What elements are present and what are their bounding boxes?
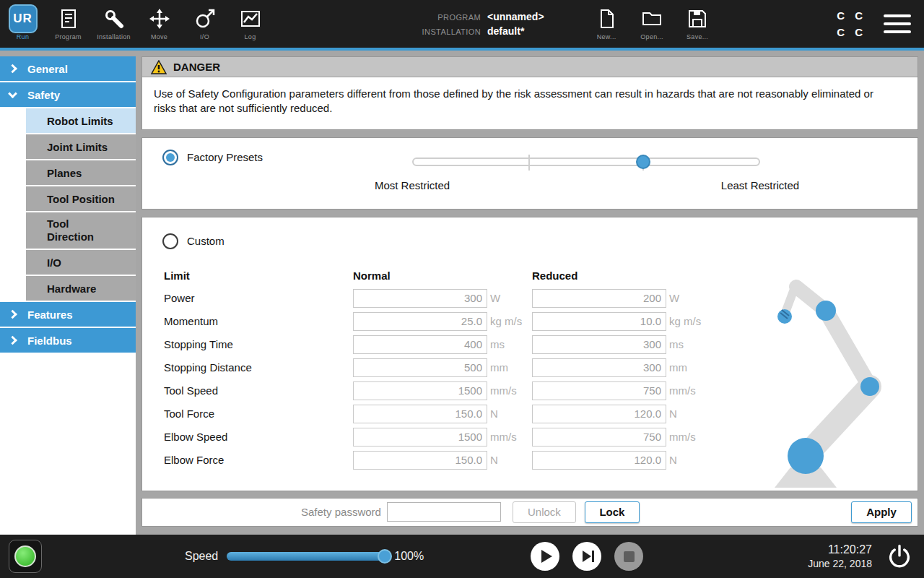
robot-status-indicator[interactable] bbox=[9, 540, 42, 573]
stopping-distance-normal-input[interactable] bbox=[353, 358, 487, 377]
tool-speed-normal-input[interactable] bbox=[353, 381, 487, 400]
step-forward-icon bbox=[583, 551, 591, 562]
custom-radio[interactable]: Custom bbox=[162, 233, 225, 249]
sidebar-item-io[interactable]: I/O bbox=[26, 250, 136, 275]
nav-run[interactable]: UR Run bbox=[0, 0, 45, 48]
sidebar-item-tool-direction[interactable]: Tool Direction bbox=[26, 212, 136, 249]
power-normal-input[interactable] bbox=[353, 289, 487, 308]
new-document-icon bbox=[596, 5, 617, 33]
file-actions: New... Open... Save... bbox=[584, 0, 720, 48]
open-label: Open... bbox=[640, 33, 663, 40]
slider-min-label: Most Restricted bbox=[375, 179, 450, 191]
step-forward-button[interactable] bbox=[572, 542, 601, 571]
save-label: Save... bbox=[687, 33, 708, 40]
shutdown-button[interactable] bbox=[886, 543, 912, 569]
stopping-time-normal-input[interactable] bbox=[353, 335, 487, 354]
nav-move[interactable]: Move bbox=[136, 0, 182, 48]
sidebar-section-safety[interactable]: Safety bbox=[0, 82, 136, 107]
nav-program-label: Program bbox=[55, 33, 82, 40]
play-button[interactable] bbox=[531, 542, 559, 571]
speed-value: 100% bbox=[394, 550, 424, 563]
elbow-speed-normal-input[interactable] bbox=[353, 428, 487, 447]
installation-name: default* bbox=[487, 25, 524, 37]
restriction-slider-track[interactable] bbox=[412, 158, 760, 166]
speed-slider[interactable] bbox=[227, 552, 390, 561]
date-display: June 22, 2018 bbox=[808, 557, 872, 570]
nav-move-label: Move bbox=[151, 33, 167, 40]
lock-button[interactable]: Lock bbox=[585, 501, 640, 523]
chevron-right-icon bbox=[8, 336, 17, 345]
nav-installation-label: Installation bbox=[97, 33, 131, 40]
open-button[interactable]: Open... bbox=[629, 0, 675, 48]
sidebar: General Safety Robot Limits Joint Limits… bbox=[0, 56, 136, 535]
slider-max-label: Least Restricted bbox=[721, 179, 799, 191]
elbow-speed-reduced-input[interactable] bbox=[532, 428, 666, 447]
nav-program[interactable]: Program bbox=[45, 0, 91, 48]
sidebar-item-robot-limits[interactable]: Robot Limits bbox=[26, 108, 136, 133]
nav-io-label: I/O bbox=[200, 33, 209, 40]
program-icon bbox=[58, 5, 79, 33]
sidebar-item-planes[interactable]: Planes bbox=[26, 160, 136, 185]
momentum-normal-input[interactable] bbox=[353, 312, 487, 331]
table-row-tool-speed: Tool Speed mm/s mm/s bbox=[164, 381, 720, 400]
sidebar-section-features[interactable]: Features bbox=[0, 302, 136, 327]
safety-password-input[interactable] bbox=[387, 502, 501, 522]
top-bar: UR Run Program Installation Mo bbox=[0, 0, 924, 51]
speed-label: Speed bbox=[185, 550, 218, 563]
hamburger-icon bbox=[884, 14, 911, 17]
radio-selected-icon bbox=[162, 150, 178, 165]
limits-table-header: Limit Normal Reduced bbox=[164, 269, 720, 282]
program-label: PROGRAM bbox=[409, 13, 481, 22]
tool-speed-reduced-input[interactable] bbox=[532, 381, 666, 400]
io-icon bbox=[194, 5, 216, 33]
nav-run-label: Run bbox=[17, 33, 29, 40]
factory-presets-radio[interactable]: Factory Presets bbox=[162, 150, 263, 165]
tool-force-normal-input[interactable] bbox=[353, 405, 487, 423]
elbow-force-normal-input[interactable] bbox=[353, 451, 487, 470]
installation-label: INSTALLATION bbox=[409, 27, 481, 36]
table-row-power: Power W W bbox=[164, 289, 720, 308]
table-row-elbow-speed: Elbow Speed mm/s mm/s bbox=[164, 428, 720, 447]
tool-force-reduced-input[interactable] bbox=[532, 405, 666, 423]
table-row-momentum: Momentum kg m/s kg m/s bbox=[164, 312, 720, 331]
nav-log-label: Log bbox=[245, 33, 256, 40]
nav-installation[interactable]: Installation bbox=[91, 0, 136, 48]
speed-slider-handle[interactable] bbox=[378, 549, 392, 564]
momentum-reduced-input[interactable] bbox=[532, 312, 666, 331]
sidebar-section-fieldbus[interactable]: Fieldbus bbox=[0, 328, 136, 353]
safety-password-label: Safety password bbox=[301, 506, 381, 518]
unlock-button[interactable]: Unlock bbox=[513, 501, 576, 523]
power-icon bbox=[886, 543, 912, 569]
radio-unselected-icon bbox=[162, 233, 178, 249]
sidebar-section-general[interactable]: General bbox=[0, 56, 136, 81]
save-button[interactable]: Save... bbox=[675, 0, 720, 48]
nav-io[interactable]: I/O bbox=[182, 0, 227, 48]
restriction-slider-handle[interactable] bbox=[636, 155, 650, 169]
sidebar-item-joint-limits[interactable]: Joint Limits bbox=[26, 134, 136, 159]
factory-presets-panel: Factory Presets Most Restricted Least Re… bbox=[141, 137, 918, 210]
nav-log[interactable]: Log bbox=[227, 0, 273, 48]
new-button[interactable]: New... bbox=[584, 0, 629, 48]
apply-button[interactable]: Apply bbox=[851, 501, 912, 523]
ur-logo: UR bbox=[9, 5, 38, 33]
stopping-distance-reduced-input[interactable] bbox=[532, 358, 666, 377]
sidebar-item-hardware[interactable]: Hardware bbox=[26, 276, 136, 301]
hamburger-menu-button[interactable] bbox=[882, 13, 912, 35]
time-display: 11:20:27 bbox=[808, 543, 872, 558]
save-floppy-icon bbox=[687, 5, 708, 33]
table-row-elbow-force: Elbow Force N N bbox=[164, 451, 720, 470]
safety-password-bar: Safety password Unlock Lock Apply bbox=[141, 498, 918, 527]
play-icon bbox=[541, 550, 552, 563]
stopping-time-reduced-input[interactable] bbox=[532, 335, 666, 354]
power-reduced-input[interactable] bbox=[532, 289, 666, 308]
elbow-force-reduced-input[interactable] bbox=[532, 451, 666, 470]
danger-header: DANGER bbox=[142, 57, 918, 77]
new-label: New... bbox=[597, 33, 616, 40]
sidebar-item-tool-position[interactable]: Tool Position bbox=[26, 186, 136, 211]
robot-arm-illustration bbox=[746, 277, 897, 493]
stop-button[interactable] bbox=[614, 542, 643, 571]
clock: 11:20:27 June 22, 2018 bbox=[808, 543, 872, 571]
table-row-stopping-time: Stopping Time ms ms bbox=[164, 335, 720, 354]
program-name: <unnamed> bbox=[487, 11, 544, 22]
move-arrows-icon bbox=[149, 5, 170, 33]
